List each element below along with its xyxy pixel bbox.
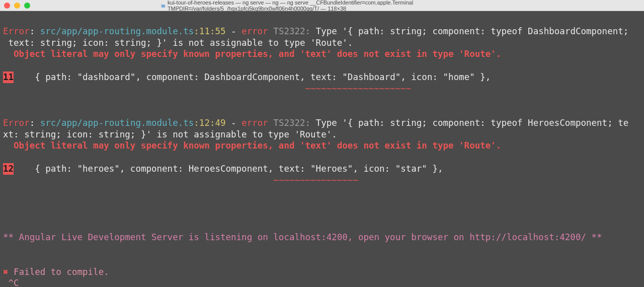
error-block-1: Error: src/app/app-routing.module.ts:11:… [3,26,641,95]
fail-message: Failed to compile. [9,267,109,277]
ctrl-c: ^C [3,278,19,287]
error-underline: ~~~~~~~~~~~~~~~~~~~~ [305,84,412,94]
dev-server-line: ** Angular Live Development Server is li… [3,232,602,242]
window-titlebar: kui-tour-of-heroes-releases — ng serve —… [0,0,644,11]
terminal-output[interactable]: Error: src/app/app-routing.module.ts:11:… [0,11,644,287]
error-message: Type '{ path: string; component: typeof … [316,118,629,128]
error-message-cont: xt: string; icon: string; }' is not assi… [3,129,337,139]
error-detail: Object literal may only specify known pr… [3,140,501,151]
error-prefix: Error [3,118,30,128]
error-prefix: Error [3,26,30,36]
traffic-lights [4,3,30,9]
error-message-cont: text: string; icon: string; }' is not as… [3,38,353,48]
error-underline: ~~~~~~~~~~~~~~~~ [273,175,358,185]
error-block-2: Error: src/app/app-routing.module.ts:12:… [3,117,641,186]
error-label: error [242,26,268,36]
fail-x-icon: ✖ [3,267,9,277]
error-file: src/app/app-routing.module.ts [40,118,194,128]
minimize-window-button[interactable] [14,3,20,9]
line-number: 12 [3,163,14,175]
window-title-text: kui-tour-of-heroes-releases — ng serve —… [168,0,483,12]
line-number: 11 [3,71,14,83]
error-location: :12:49 [194,118,225,128]
error-code: TS2322: [268,118,316,128]
close-window-button[interactable] [4,3,10,9]
folder-icon [161,3,166,8]
window-title: kui-tour-of-heroes-releases — ng serve —… [161,0,483,12]
source-line: { path: "dashboard", component: Dashboar… [14,72,491,82]
error-code: TS2322: [268,26,316,36]
error-detail: Object literal may only specify known pr… [3,49,501,59]
zoom-window-button[interactable] [24,3,30,9]
error-label: error [242,118,268,128]
error-location: :11:55 [194,26,225,36]
error-file: src/app/app-routing.module.ts [40,26,194,36]
error-message: Type '{ path: string; component: typeof … [316,26,629,36]
source-line: { path: "heroes", component: HeroesCompo… [14,164,443,174]
